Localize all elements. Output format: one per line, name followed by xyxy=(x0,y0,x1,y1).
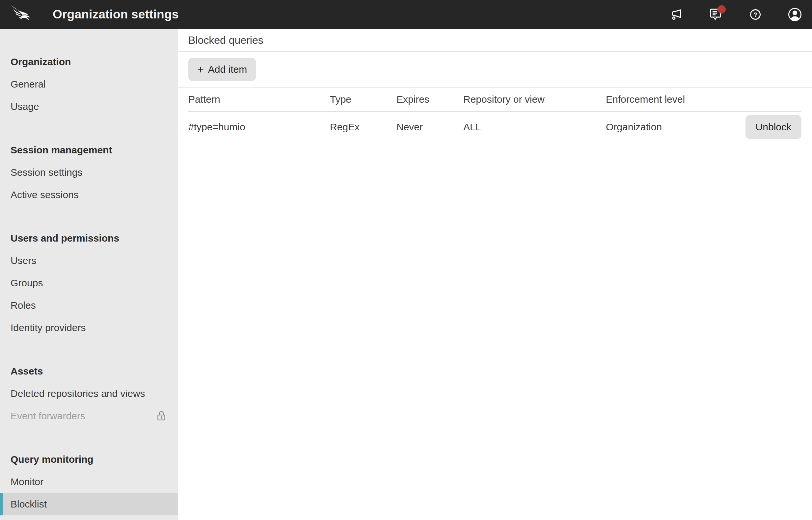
question-mark-glyph: ? xyxy=(753,11,757,18)
header-icon-group: ? xyxy=(669,5,802,24)
app-window: Organization settings xyxy=(0,0,812,520)
sidebar-item-general[interactable]: General xyxy=(0,73,178,96)
avatar-icon xyxy=(788,7,802,22)
section-title-organization: Organization xyxy=(0,51,178,73)
sidebar-item-monitor[interactable]: Monitor xyxy=(0,471,178,493)
cell-enforcement: Organization xyxy=(606,122,662,133)
add-item-button[interactable]: + Add item xyxy=(188,58,256,81)
lock-icon xyxy=(156,410,166,422)
sidebar-section-assets: Assets Deleted repositories and views Ev… xyxy=(0,360,178,427)
table-header-row: Pattern Type Expires Repository or view … xyxy=(188,87,802,112)
toolbar: + Add item xyxy=(178,52,812,87)
column-header-enforcement: Enforcement level xyxy=(606,94,802,105)
selected-indicator xyxy=(0,493,3,515)
sidebar-item-event-forwarders: Event forwarders xyxy=(0,405,178,427)
column-header-pattern: Pattern xyxy=(188,94,330,105)
page-title-block: Blocked queries xyxy=(178,29,812,52)
plus-icon: + xyxy=(197,64,204,75)
section-title-assets: Assets xyxy=(0,360,178,383)
cell-type: RegEx xyxy=(330,122,397,133)
section-title-query-monitoring: Query monitoring xyxy=(0,448,178,471)
notifications-button[interactable] xyxy=(709,5,723,24)
sidebar-section-session-management: Session management Session settings Acti… xyxy=(0,139,178,206)
help-button[interactable]: ? xyxy=(748,5,763,24)
sidebar-section-organization: Organization General Usage xyxy=(0,51,178,118)
table-row: #type=humio RegEx Never ALL Organization… xyxy=(188,112,802,142)
page-title: Blocked queries xyxy=(188,34,263,46)
sidebar-item-roles[interactable]: Roles xyxy=(0,294,178,317)
settings-sidebar: Organization General Usage Session manag… xyxy=(0,29,178,520)
cell-pattern: #type=humio xyxy=(188,122,330,133)
main-content: Blocked queries + Add item Pattern Type … xyxy=(178,29,812,520)
page-header-title: Organization settings xyxy=(53,7,178,21)
account-button[interactable] xyxy=(788,5,802,24)
sidebar-item-session-settings[interactable]: Session settings xyxy=(0,161,178,184)
sidebar-section-query-monitoring: Query monitoring Monitor Blocklist xyxy=(0,448,178,515)
megaphone-icon xyxy=(670,8,683,21)
column-header-type: Type xyxy=(330,94,397,105)
sidebar-item-identity-providers[interactable]: Identity providers xyxy=(0,317,178,339)
blocked-queries-table: Pattern Type Expires Repository or view … xyxy=(178,87,812,142)
cell-expires: Never xyxy=(397,122,463,133)
sidebar-section-users-permissions: Users and permissions Users Groups Roles… xyxy=(0,227,178,339)
sidebar-item-usage[interactable]: Usage xyxy=(0,96,178,118)
section-title-users-permissions: Users and permissions xyxy=(0,227,178,250)
announcements-button[interactable] xyxy=(669,5,684,24)
cell-enforcement-actions: Organization Unblock xyxy=(606,115,802,139)
sidebar-item-groups[interactable]: Groups xyxy=(0,272,178,294)
notification-badge xyxy=(717,5,726,14)
cell-repository: ALL xyxy=(463,122,606,133)
section-title-session-management: Session management xyxy=(0,139,178,161)
column-header-repository: Repository or view xyxy=(463,94,606,105)
sidebar-item-deleted-repositories[interactable]: Deleted repositories and views xyxy=(0,383,178,405)
crowdstrike-logo-icon[interactable] xyxy=(10,5,35,24)
sidebar-item-active-sessions[interactable]: Active sessions xyxy=(0,184,178,206)
top-header-bar: Organization settings xyxy=(0,0,812,29)
help-icon: ? xyxy=(750,8,761,20)
column-header-expires: Expires xyxy=(397,94,463,105)
sidebar-item-blocklist[interactable]: Blocklist xyxy=(0,493,178,515)
add-item-label: Add item xyxy=(208,64,247,75)
unblock-button[interactable]: Unblock xyxy=(745,115,802,139)
sidebar-item-users[interactable]: Users xyxy=(0,250,178,272)
